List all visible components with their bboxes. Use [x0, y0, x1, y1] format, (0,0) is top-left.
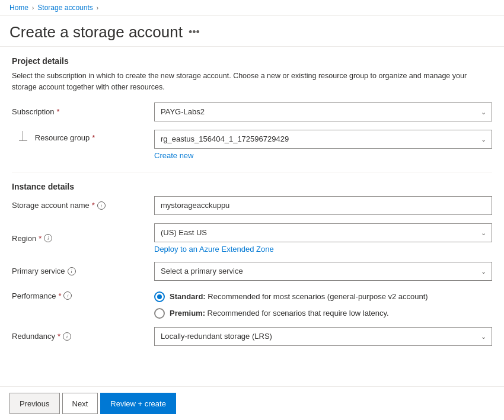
subscription-control: PAYG-Labs2 ⌄ — [154, 102, 492, 121]
subscription-select[interactable]: PAYG-Labs2 — [154, 102, 492, 121]
deploy-extended-zone-link[interactable]: Deploy to an Azure Extended Zone — [154, 245, 492, 254]
performance-row: Performance * i Standard: Recommended fo… — [12, 289, 492, 319]
review-create-button[interactable]: Review + create — [100, 393, 176, 414]
page-header: Create a storage account ••• — [0, 16, 504, 47]
redundancy-label: Redundancy * i — [12, 332, 154, 341]
redundancy-info-icon[interactable]: i — [63, 332, 71, 341]
redundancy-row: Redundancy * i Locally-redundant storage… — [12, 327, 492, 346]
instance-details-title: Instance details — [12, 182, 492, 191]
performance-standard-option[interactable]: Standard: Recommended for most scenarios… — [154, 291, 492, 302]
redundancy-control: Locally-redundant storage (LRS) ⌄ — [154, 327, 492, 346]
performance-radio-group: Standard: Recommended for most scenarios… — [154, 291, 492, 319]
performance-standard-label: Standard: Recommended for most scenarios… — [170, 292, 428, 301]
project-details-description: Select the subscription in which to crea… — [12, 70, 492, 93]
storage-account-name-control — [154, 196, 492, 215]
project-details-title: Project details — [12, 56, 492, 66]
performance-info-icon[interactable]: i — [63, 291, 72, 300]
primary-service-info-icon[interactable]: i — [68, 267, 76, 275]
redundancy-required: * — [58, 332, 60, 341]
performance-premium-label: Premium: Recommended for scenarios that … — [170, 309, 389, 318]
redundancy-select[interactable]: Locally-redundant storage (LRS) — [154, 327, 492, 346]
storage-account-name-info-icon[interactable]: i — [97, 201, 106, 210]
subscription-select-wrapper: PAYG-Labs2 ⌄ — [154, 102, 492, 121]
san-required: * — [92, 201, 95, 210]
breadcrumb-chevron-1: › — [32, 5, 34, 11]
redundancy-select-wrapper: Locally-redundant storage (LRS) ⌄ — [154, 327, 492, 346]
performance-premium-option[interactable]: Premium: Recommended for scenarios that … — [154, 308, 492, 319]
resource-group-with-link: rg_eastus_156404_1_172596729429 ⌄ Create… — [154, 130, 492, 160]
next-button[interactable]: Next — [62, 393, 98, 414]
storage-account-name-row: Storage account name * i — [12, 196, 492, 215]
performance-premium-radio[interactable] — [154, 308, 165, 319]
performance-standard-radio-inner — [157, 294, 162, 299]
resource-group-row: Resource group * rg_eastus_156404_1_1725… — [12, 130, 492, 160]
rg-connector — [19, 130, 35, 141]
breadcrumb-home[interactable]: Home — [9, 4, 28, 12]
project-details-section: Project details Select the subscription … — [12, 56, 492, 160]
create-new-link[interactable]: Create new — [154, 151, 492, 160]
region-info-icon[interactable]: i — [44, 234, 52, 242]
performance-label: Performance * i — [12, 291, 154, 300]
performance-standard-radio[interactable] — [154, 291, 165, 302]
page-title: Create a storage account — [9, 23, 183, 41]
resource-group-required: * — [92, 133, 95, 142]
breadcrumb: Home › Storage accounts › — [0, 0, 504, 16]
performance-required: * — [58, 291, 61, 300]
previous-button[interactable]: Previous — [9, 393, 60, 414]
content-area: Project details Select the subscription … — [0, 47, 504, 367]
region-select-wrapper: (US) East US ⌄ — [154, 223, 492, 242]
region-required: * — [39, 234, 42, 243]
primary-service-select-wrapper: Select a primary service ⌄ — [154, 262, 492, 281]
resource-group-label: Resource group * — [35, 130, 154, 142]
subscription-row: Subscription * PAYG-Labs2 ⌄ — [12, 102, 492, 121]
resource-group-select[interactable]: rg_eastus_156404_1_172596729429 — [154, 130, 492, 149]
region-with-link: (US) East US ⌄ Deploy to an Azure Extend… — [154, 223, 492, 254]
breadcrumb-chevron-2: › — [97, 5, 98, 11]
resource-group-control: rg_eastus_156404_1_172596729429 ⌄ Create… — [154, 130, 492, 160]
resource-group-select-wrapper: rg_eastus_156404_1_172596729429 ⌄ — [154, 130, 492, 149]
primary-service-select[interactable]: Select a primary service — [154, 262, 492, 281]
storage-account-name-label: Storage account name * i — [12, 201, 154, 210]
region-row: Region * i (US) East US ⌄ Deploy to an A… — [12, 223, 492, 254]
footer: Previous Next Review + create — [0, 386, 504, 420]
more-options-icon[interactable]: ••• — [189, 26, 200, 39]
primary-service-label: Primary service i — [12, 267, 154, 275]
region-select[interactable]: (US) East US — [154, 223, 492, 242]
rg-line-horizontal — [19, 140, 27, 141]
breadcrumb-storage-accounts[interactable]: Storage accounts — [37, 4, 92, 12]
region-control: (US) East US ⌄ Deploy to an Azure Extend… — [154, 223, 492, 254]
storage-account-name-input[interactable] — [154, 196, 492, 215]
subscription-label: Subscription * — [12, 107, 154, 116]
section-divider-1 — [12, 172, 492, 172]
resource-group-label-area: Resource group * — [12, 130, 154, 142]
primary-service-row: Primary service i Select a primary servi… — [12, 262, 492, 281]
rg-line-vertical — [23, 131, 23, 140]
primary-service-control: Select a primary service ⌄ — [154, 262, 492, 281]
performance-control: Standard: Recommended for most scenarios… — [154, 291, 492, 319]
instance-details-section: Instance details Storage account name * … — [12, 182, 492, 346]
subscription-required: * — [57, 107, 60, 116]
region-label: Region * i — [12, 234, 154, 243]
